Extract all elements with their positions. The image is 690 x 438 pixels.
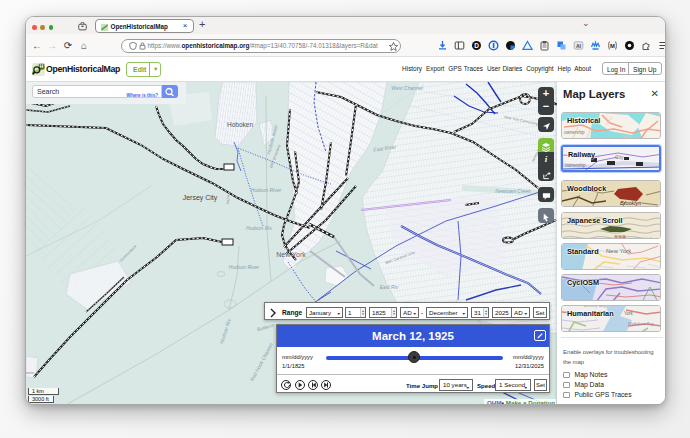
svg-text:New York: New York <box>606 248 632 254</box>
svg-text:Newtown Creek: Newtown Creek <box>495 188 531 194</box>
svg-text:Hoboken: Hoboken <box>227 121 253 128</box>
svg-text:Wallabout Bay: Wallabout Bay <box>628 321 655 326</box>
svg-text:県県県: 県県県 <box>614 234 626 239</box>
svg-text:Hudson River: Hudson River <box>229 264 260 270</box>
svg-text:Hudson River: Hudson River <box>251 187 282 193</box>
svg-text:D: D <box>474 41 479 48</box>
svg-text:East Riv: East Riv <box>380 284 399 290</box>
svg-text:M: M <box>610 42 615 48</box>
svg-text:AI: AI <box>576 42 582 48</box>
svg-text:onne: onne <box>26 371 34 375</box>
svg-text:West Channel: West Channel <box>391 85 423 91</box>
svg-text:Jersey City: Jersey City <box>183 194 218 202</box>
svg-text:New York: New York <box>276 251 306 258</box>
svg-text:Hudson Riv: Hudson Riv <box>246 225 272 231</box>
svg-text:City: City <box>615 154 624 160</box>
svg-text:Brooklyn: Brooklyn <box>620 200 641 206</box>
svg-text:York: York <box>624 311 634 316</box>
svg-text:PATH: PATH <box>226 194 231 204</box>
